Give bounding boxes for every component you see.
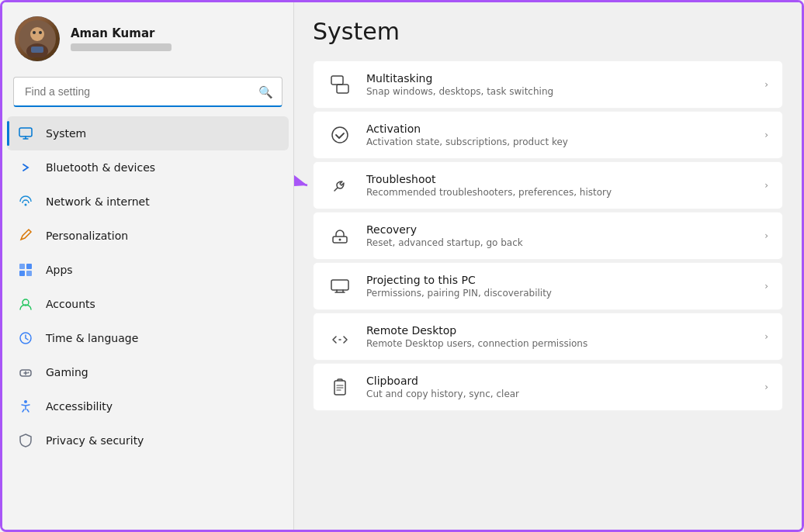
setting-remote-desktop-desc: Remote Desktop users, connection permiss… — [366, 338, 750, 349]
sidebar-item-network[interactable]: Network & internet — [7, 185, 289, 219]
time-icon — [16, 329, 35, 347]
svg-point-15 — [28, 372, 29, 374]
sidebar-item-accounts[interactable]: Accounts — [7, 287, 289, 321]
user-info: Aman Kumar — [71, 26, 172, 51]
setting-clipboard-desc: Cut and copy history, sync, clear — [366, 389, 750, 399]
svg-rect-8 — [19, 264, 25, 269]
svg-rect-11 — [26, 271, 32, 276]
svg-rect-6 — [19, 128, 32, 136]
sidebar-item-privacy[interactable]: Privacy & security — [7, 423, 289, 458]
svg-point-7 — [25, 204, 27, 206]
sidebar-item-personalization-label: Personalization — [46, 230, 128, 242]
multitasking-icon — [327, 72, 352, 97]
setting-activation-title: Activation — [366, 123, 750, 135]
sidebar-item-gaming-label: Gaming — [46, 366, 88, 378]
sidebar-item-accessibility-label: Accessibility — [46, 400, 113, 413]
setting-projecting[interactable]: Projecting to this PC Permissions, pairi… — [313, 262, 783, 310]
svg-rect-10 — [19, 271, 25, 276]
user-email-bar — [71, 43, 172, 51]
setting-clipboard[interactable]: Clipboard Cut and copy history, sync, cl… — [313, 363, 783, 411]
setting-activation-text: Activation Activation state, subscriptio… — [366, 123, 750, 147]
gaming-icon — [16, 363, 35, 382]
chevron-right-icon-3: › — [764, 180, 768, 191]
sidebar-item-time-label: Time & language — [46, 332, 138, 344]
activation-icon — [327, 123, 352, 147]
setting-clipboard-text: Clipboard Cut and copy history, sync, cl… — [366, 375, 750, 399]
chevron-right-icon-5: › — [764, 281, 768, 292]
sidebar-item-accounts-label: Accounts — [46, 298, 95, 310]
sidebar-item-apps[interactable]: Apps — [7, 253, 289, 287]
setting-recovery-title: Recovery — [366, 223, 750, 236]
sidebar-item-apps-label: Apps — [46, 264, 73, 276]
troubleshoot-icon — [327, 173, 352, 198]
setting-multitasking-title: Multitasking — [366, 72, 750, 85]
settings-list: Multitasking Snap windows, desktops, tas… — [313, 60, 783, 411]
sidebar-item-bluetooth-label: Bluetooth & devices — [46, 161, 155, 174]
setting-projecting-title: Projecting to this PC — [366, 274, 750, 286]
setting-remote-desktop-title: Remote Desktop — [366, 324, 750, 337]
nav-list: System Bluetooth & devices — [2, 116, 293, 458]
svg-rect-19 — [337, 85, 348, 93]
bluetooth-icon — [16, 158, 35, 177]
chevron-right-icon-2: › — [764, 130, 768, 140]
setting-activation-desc: Activation state, subscriptions, product… — [366, 136, 750, 147]
setting-troubleshoot-text: Troubleshoot Recommended troubleshooters… — [366, 173, 750, 198]
setting-remote-desktop-text: Remote Desktop Remote Desktop users, con… — [366, 324, 750, 349]
accessibility-icon — [16, 397, 35, 416]
user-section: Aman Kumar — [2, 2, 293, 74]
setting-multitasking-desc: Snap windows, desktops, task switching — [366, 86, 750, 97]
svg-point-4 — [39, 31, 42, 34]
setting-activation[interactable]: Activation Activation state, subscriptio… — [313, 111, 783, 159]
sidebar-item-accessibility[interactable]: Accessibility — [7, 389, 289, 423]
setting-remote-desktop[interactable]: Remote Desktop Remote Desktop users, con… — [313, 313, 783, 361]
sidebar-item-time[interactable]: Time & language — [7, 321, 289, 355]
svg-point-16 — [24, 400, 27, 403]
chevron-right-icon: › — [764, 79, 768, 90]
setting-recovery[interactable]: Recovery Reset, advanced startup, go bac… — [313, 212, 783, 260]
setting-recovery-desc: Reset, advanced startup, go back — [366, 237, 750, 248]
avatar-image — [15, 16, 60, 61]
search-input[interactable] — [13, 77, 282, 107]
sidebar-item-bluetooth[interactable]: Bluetooth & devices — [7, 150, 289, 185]
main-content: System Multitasking — [294, 2, 802, 530]
svg-point-20 — [332, 127, 348, 143]
apps-icon — [16, 261, 35, 279]
projecting-icon — [327, 274, 352, 299]
privacy-icon — [16, 431, 35, 450]
svg-rect-9 — [26, 264, 32, 269]
page-title: System — [313, 18, 783, 45]
setting-troubleshoot[interactable]: Troubleshoot Recommended troubleshooters… — [313, 161, 783, 209]
setting-clipboard-title: Clipboard — [366, 375, 750, 387]
avatar-svg — [19, 20, 56, 57]
nav-container: System Bluetooth & devices — [2, 116, 293, 523]
sidebar-item-gaming[interactable]: Gaming — [7, 355, 289, 389]
setting-recovery-text: Recovery Reset, advanced startup, go bac… — [366, 223, 750, 248]
sidebar: Aman Kumar 🔍 — [2, 2, 293, 530]
svg-rect-18 — [331, 76, 343, 85]
svg-rect-24 — [331, 280, 348, 290]
setting-multitasking[interactable]: Multitasking Snap windows, desktops, tas… — [313, 60, 783, 109]
search-icon: 🔍 — [258, 85, 273, 99]
setting-troubleshoot-title: Troubleshoot — [366, 173, 750, 185]
setting-projecting-text: Projecting to this PC Permissions, pairi… — [366, 274, 750, 299]
search-box: 🔍 — [13, 77, 282, 107]
accounts-icon — [16, 295, 35, 313]
troubleshoot-arrow — [294, 174, 314, 197]
setting-projecting-desc: Permissions, pairing PIN, discoverabilit… — [366, 288, 750, 299]
svg-rect-5 — [31, 47, 43, 53]
user-name: Aman Kumar — [71, 26, 172, 40]
arrow-annotation — [294, 103, 310, 150]
svg-point-1 — [30, 27, 44, 41]
personalization-icon — [16, 226, 35, 245]
avatar[interactable] — [15, 16, 60, 61]
sidebar-item-system[interactable]: System — [7, 116, 289, 150]
svg-point-23 — [339, 239, 341, 241]
sidebar-inner: System Bluetooth & devices — [2, 116, 293, 523]
sidebar-item-network-label: Network & internet — [46, 195, 150, 208]
setting-multitasking-text: Multitasking Snap windows, desktops, tas… — [366, 72, 750, 97]
system-icon — [16, 124, 35, 143]
sidebar-item-personalization[interactable]: Personalization — [7, 219, 289, 253]
chevron-right-icon-4: › — [764, 230, 768, 241]
setting-troubleshoot-desc: Recommended troubleshooters, preferences… — [366, 187, 750, 198]
clipboard-icon — [327, 375, 352, 399]
